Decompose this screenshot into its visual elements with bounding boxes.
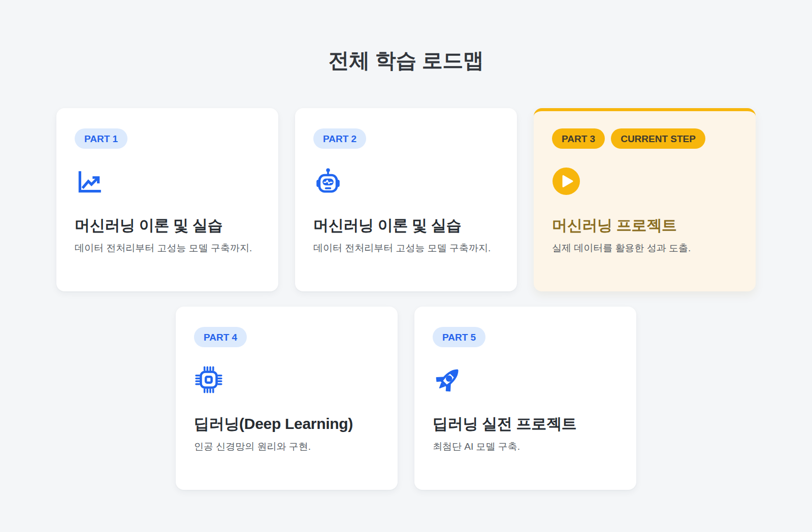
part-badge: PART 5 xyxy=(433,327,485,347)
card-title: 딥러닝(Deep Learning) xyxy=(194,413,379,434)
roadmap-page: 전체 학습 로드맵 PART 1 머신러닝 이론 및 실습 데이터 전처리부터 … xyxy=(0,0,812,490)
badge-row: PART 3 CURRENT STEP xyxy=(552,128,737,149)
rocket-icon xyxy=(433,365,462,396)
card-part-2: PART 2 머신러닝 이론 및 실습 데이터 xyxy=(295,108,517,291)
card-desc: 실제 데이터를 활용한 성과 도출. xyxy=(552,242,737,255)
card-title: 머신러닝 이론 및 실습 xyxy=(75,215,260,236)
card-desc: 데이터 전처리부터 고성능 모델 구축까지. xyxy=(313,242,499,255)
current-step-badge: CURRENT STEP xyxy=(611,128,705,149)
part-badge: PART 2 xyxy=(313,128,366,149)
play-circle-icon[interactable] xyxy=(552,167,580,197)
part-badge: PART 4 xyxy=(194,327,247,347)
card-desc: 인공 신경망의 원리와 구현. xyxy=(194,440,379,454)
roadmap-cards: PART 1 머신러닝 이론 및 실습 데이터 전처리부터 고성능 모델 구축까… xyxy=(56,108,756,490)
badge-row: PART 5 xyxy=(433,327,618,347)
card-desc: 데이터 전처리부터 고성능 모델 구축까지. xyxy=(75,242,260,255)
badge-row: PART 1 xyxy=(75,128,260,149)
card-desc: 최첨단 AI 모델 구축. xyxy=(433,440,618,454)
card-title: 머신러닝 이론 및 실습 xyxy=(313,215,499,236)
card-title: 딥러닝 실전 프로젝트 xyxy=(433,413,618,434)
card-title: 머신러닝 프로젝트 xyxy=(552,215,737,236)
card-part-5: PART 5 딥러닝 실전 프로젝 xyxy=(414,307,636,490)
badge-row: PART 4 xyxy=(194,327,379,347)
card-part-3-current: PART 3 CURRENT STEP 머신러닝 프로젝트 실제 데이터를 활용… xyxy=(534,108,756,291)
chip-icon xyxy=(194,365,223,396)
trending-chart-icon xyxy=(75,167,104,198)
robot-icon xyxy=(313,167,343,198)
page-title: 전체 학습 로드맵 xyxy=(0,47,812,75)
part-badge: PART 1 xyxy=(75,128,127,149)
part-badge: PART 3 xyxy=(552,128,605,149)
card-part-4: PART 4 딥러닝(Deep Learn xyxy=(176,307,398,490)
badge-row: PART 2 xyxy=(313,128,499,149)
card-part-1: PART 1 머신러닝 이론 및 실습 데이터 전처리부터 고성능 모델 구축까… xyxy=(56,108,278,291)
